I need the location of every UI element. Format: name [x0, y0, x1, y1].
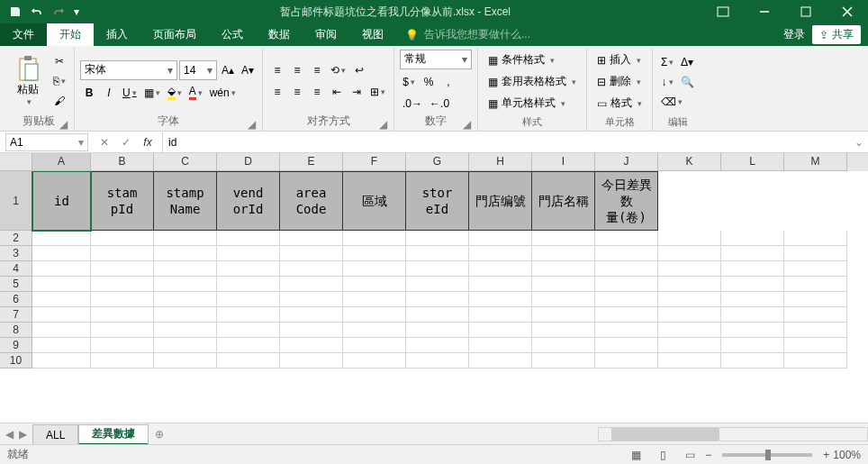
tab-formula[interactable]: 公式 [209, 23, 256, 46]
header-cell[interactable]: 區域 [343, 171, 406, 231]
align-right-icon[interactable]: ≡ [308, 83, 326, 101]
cell[interactable] [406, 307, 469, 323]
cell[interactable] [217, 323, 280, 338]
cell[interactable] [721, 292, 784, 307]
cell[interactable] [154, 261, 217, 277]
cell[interactable] [784, 353, 847, 368]
fx-icon[interactable]: fx [137, 132, 158, 152]
tab-view[interactable]: 视图 [349, 23, 396, 46]
cell[interactable] [32, 338, 91, 353]
cell[interactable] [658, 292, 721, 307]
header-cell[interactable]: 今日差異数量(卷) [595, 171, 658, 231]
cell[interactable] [658, 246, 721, 261]
cell[interactable] [532, 292, 595, 307]
number-format-combo[interactable]: 常规▾ [400, 50, 472, 69]
tab-data[interactable]: 数据 [256, 23, 303, 46]
cell[interactable] [784, 323, 847, 338]
cell[interactable] [154, 292, 217, 307]
col-header-A[interactable]: A [32, 153, 91, 171]
cell[interactable] [217, 231, 280, 246]
increase-font-icon[interactable]: A▴ [219, 61, 237, 79]
comma-icon[interactable]: , [439, 73, 457, 91]
row-header-4[interactable]: 4 [0, 261, 32, 277]
cell[interactable] [469, 307, 532, 323]
cell[interactable] [595, 231, 658, 246]
cell[interactable] [91, 277, 154, 292]
tell-me-search[interactable]: 💡告诉我您想要做什么... [405, 23, 530, 46]
cell[interactable] [658, 307, 721, 323]
cell[interactable] [469, 292, 532, 307]
cell[interactable] [784, 338, 847, 353]
cell[interactable] [280, 231, 343, 246]
cell[interactable] [721, 307, 784, 323]
cell[interactable] [91, 261, 154, 277]
cell-grid[interactable]: idstampIdstampNamevendorIdareaCode區域stor… [32, 171, 868, 423]
redo-icon[interactable] [49, 2, 68, 22]
tab-layout[interactable]: 页面布局 [140, 23, 209, 46]
cell[interactable] [154, 353, 217, 368]
row-header-9[interactable]: 9 [0, 338, 32, 353]
conditional-format-button[interactable]: ▦条件格式▾ [484, 50, 581, 70]
cell[interactable] [154, 231, 217, 246]
enter-formula-icon[interactable]: ✓ [115, 132, 137, 152]
cell[interactable] [154, 307, 217, 323]
cell[interactable] [532, 277, 595, 292]
col-header-E[interactable]: E [280, 153, 343, 171]
format-cells-button[interactable]: ▭格式▾ [592, 94, 646, 114]
cell[interactable] [280, 323, 343, 338]
cell[interactable] [343, 307, 406, 323]
row-header-1[interactable]: 1 [0, 171, 32, 231]
cell[interactable] [343, 292, 406, 307]
decrease-font-icon[interactable]: A▾ [239, 61, 257, 79]
cell[interactable] [595, 246, 658, 261]
insert-cells-button[interactable]: ⊞插入▾ [592, 50, 646, 70]
cell[interactable] [532, 231, 595, 246]
cell[interactable] [406, 246, 469, 261]
cell[interactable] [784, 261, 847, 277]
cell[interactable] [154, 246, 217, 261]
cell[interactable] [784, 246, 847, 261]
font-launcher-icon[interactable]: ◢ [246, 118, 257, 129]
cell[interactable] [595, 261, 658, 277]
cell[interactable] [217, 292, 280, 307]
cell[interactable] [32, 292, 91, 307]
cell[interactable] [658, 261, 721, 277]
save-icon[interactable] [5, 2, 25, 22]
col-header-L[interactable]: L [721, 153, 784, 171]
cell[interactable] [532, 353, 595, 368]
cell[interactable] [595, 292, 658, 307]
row-header-10[interactable]: 10 [0, 353, 32, 368]
align-center-icon[interactable]: ≡ [288, 83, 306, 101]
italic-button[interactable]: I [100, 84, 118, 102]
col-header-D[interactable]: D [217, 153, 280, 171]
col-header-B[interactable]: B [91, 153, 154, 171]
cell[interactable] [469, 246, 532, 261]
page-layout-view-icon[interactable]: ▯ [651, 447, 674, 463]
cell[interactable] [154, 338, 217, 353]
cancel-formula-icon[interactable]: ✕ [94, 132, 115, 152]
col-header-M[interactable]: M [784, 153, 847, 171]
fill-icon[interactable]: ↓▾ [658, 73, 676, 91]
cell[interactable] [343, 231, 406, 246]
cell[interactable] [595, 353, 658, 368]
cell[interactable] [658, 353, 721, 368]
select-all-corner[interactable] [0, 153, 32, 171]
page-break-view-icon[interactable]: ▭ [678, 447, 701, 463]
cell[interactable] [784, 277, 847, 292]
maximize-icon[interactable] [785, 0, 827, 23]
format-painter-icon[interactable]: 🖌 [50, 92, 68, 110]
cell[interactable] [595, 277, 658, 292]
cell[interactable] [532, 338, 595, 353]
paste-button[interactable]: 粘贴▾ [9, 49, 47, 114]
cell[interactable] [784, 231, 847, 246]
cell[interactable] [406, 353, 469, 368]
row-header-2[interactable]: 2 [0, 231, 32, 246]
cell[interactable] [406, 231, 469, 246]
col-header-G[interactable]: G [406, 153, 469, 171]
cell[interactable] [280, 292, 343, 307]
copy-icon[interactable]: ⎘▾ [50, 72, 68, 90]
header-cell[interactable]: stampId [91, 171, 154, 231]
cell[interactable] [721, 338, 784, 353]
cell[interactable] [469, 338, 532, 353]
normal-view-icon[interactable]: ▦ [624, 447, 647, 463]
